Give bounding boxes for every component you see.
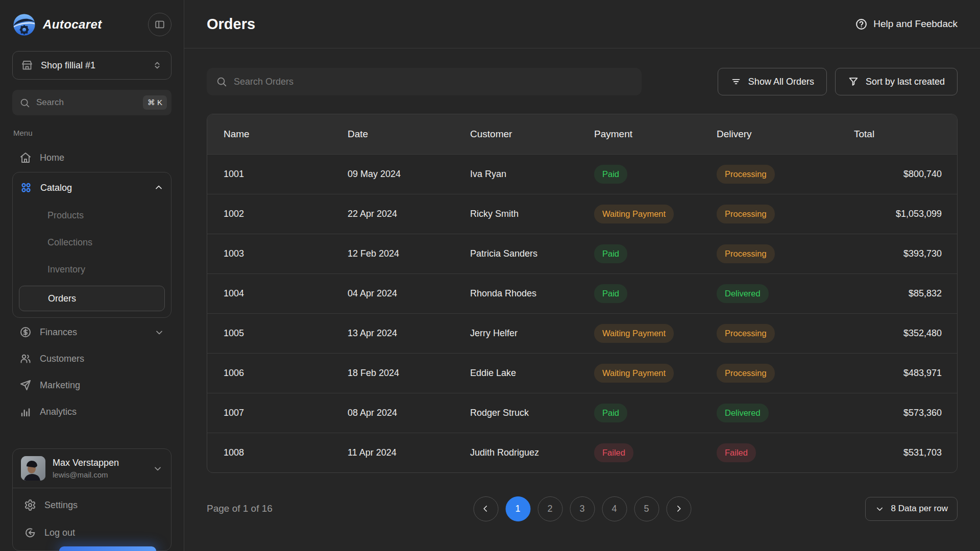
payment-status-badge: Waiting Payment — [594, 364, 674, 383]
topbar: Orders Help and Feebdack — [184, 0, 980, 48]
sidebar-collapse-button[interactable] — [148, 13, 172, 36]
panel-collapse-icon — [154, 19, 165, 30]
table-row[interactable]: 100312 Feb 2024Patricia SandersPaidProce… — [207, 234, 957, 273]
user-email: lewis@mail.com — [53, 470, 119, 479]
page-button-4[interactable]: 4 — [602, 496, 627, 521]
sidebar-item-products[interactable]: Products — [19, 202, 165, 229]
settings-button[interactable]: Settings — [21, 491, 163, 519]
sidebar-search[interactable]: ⌘ K — [12, 90, 172, 115]
filter-lines-icon — [730, 76, 742, 87]
sidebar-item-orders[interactable]: Orders — [19, 286, 165, 311]
sidebar-item-catalog[interactable]: Catalog — [19, 173, 165, 202]
page-button-2[interactable]: 2 — [537, 496, 562, 521]
pagination-row: Page of 1 of 16 12345 8 Data per row — [207, 494, 958, 523]
order-customer: Jerry Helfer — [470, 328, 594, 339]
rows-per-page-select[interactable]: 8 Data per row — [865, 497, 958, 521]
brand-row: Autocaret — [12, 10, 172, 39]
page-button-3[interactable]: 3 — [570, 496, 595, 521]
sidebar-item-collections[interactable]: Collections — [19, 229, 165, 256]
order-id: 1006 — [224, 368, 348, 379]
user-menu-toggle[interactable]: Max Verstappen lewis@mail.com — [21, 456, 163, 481]
help-button[interactable]: Help and Feebdack — [855, 18, 958, 31]
column-header: Name — [224, 129, 348, 140]
delivery-status-badge: Delivered — [717, 284, 769, 303]
orders-search-input[interactable] — [234, 77, 632, 87]
sidebar-item-label: Finances — [40, 327, 77, 338]
table-row[interactable]: 100513 Apr 2024Jerry HelferWaiting Payme… — [207, 313, 957, 353]
order-id: 1003 — [224, 248, 348, 259]
table-row[interactable]: 100708 Apr 2024Rodger StruckPaidDelivere… — [207, 393, 957, 433]
chevron-down-icon — [875, 504, 885, 514]
menu-section-label: Menu — [13, 129, 172, 137]
funnel-icon — [848, 76, 859, 87]
upgrade-button-peek[interactable] — [59, 546, 156, 551]
payment-cell: Failed — [594, 443, 717, 462]
sidebar-item-label: Products — [47, 210, 84, 221]
column-header: Total — [854, 129, 942, 140]
logout-label: Log out — [44, 528, 75, 538]
order-date: 09 May 2024 — [348, 169, 470, 180]
payment-cell: Waiting Payment — [594, 324, 717, 343]
page-button-5[interactable]: 5 — [634, 496, 659, 521]
delivery-status-badge: Processing — [717, 364, 775, 383]
pagination-prev-button[interactable] — [473, 496, 498, 521]
sidebar-item-marketing[interactable]: Marketing — [12, 372, 172, 398]
sidebar-item-label: Customers — [40, 354, 84, 364]
logout-button[interactable]: Log out — [21, 519, 163, 546]
delivery-cell: Processing — [717, 324, 854, 343]
sidebar-nav: Home Catalog Products — [12, 144, 172, 425]
order-date: 22 Apr 2024 — [348, 209, 470, 219]
sidebar-item-home[interactable]: Home — [12, 144, 172, 171]
order-date: 04 Apr 2024 — [348, 288, 470, 299]
order-customer: Rodger Struck — [470, 408, 594, 418]
shop-selector[interactable]: Shop fillial #1 — [12, 51, 172, 80]
keyboard-shortcut-badge: ⌘ K — [143, 95, 167, 110]
orders-search[interactable] — [207, 68, 642, 95]
sort-button[interactable]: Sort by last created — [835, 68, 958, 95]
sidebar-item-analytics[interactable]: Analytics — [12, 398, 172, 425]
table-row[interactable]: 100618 Feb 2024Eddie LakeWaiting Payment… — [207, 353, 957, 393]
delivery-cell: Failed — [717, 443, 854, 462]
order-total: $1,053,099 — [854, 209, 942, 219]
payment-cell: Paid — [594, 244, 717, 263]
order-id: 1002 — [224, 209, 348, 219]
show-all-orders-button[interactable]: Show All Orders — [718, 68, 827, 95]
sidebar-item-finances[interactable]: Finances — [12, 319, 172, 345]
sidebar-item-inventory[interactable]: Inventory — [19, 256, 165, 283]
bar-chart-icon — [19, 406, 32, 418]
order-date: 08 Apr 2024 — [348, 408, 470, 418]
storefront-icon — [21, 59, 33, 71]
table-row[interactable]: 100811 Apr 2024Judith RodriguezFailedFai… — [207, 433, 957, 472]
pagination-next-button[interactable] — [666, 496, 691, 521]
sidebar-item-customers[interactable]: Customers — [12, 345, 172, 372]
page-button-1[interactable]: 1 — [505, 496, 530, 521]
order-customer: Judith Rodriguez — [470, 447, 594, 458]
main: Orders Help and Feebdack — [184, 0, 980, 551]
send-icon — [19, 379, 32, 391]
table-row[interactable]: 100222 Apr 2024Ricky SmithWaiting Paymen… — [207, 194, 957, 234]
order-total: $531,703 — [854, 447, 942, 458]
order-id: 1005 — [224, 328, 348, 339]
sidebar-item-label: Catalog — [40, 183, 72, 193]
delivery-status-badge: Processing — [717, 324, 775, 343]
show-all-orders-label: Show All Orders — [748, 77, 814, 87]
order-customer: Iva Ryan — [470, 169, 594, 180]
sidebar: Autocaret Shop fillial #1 — [0, 0, 184, 551]
table-row[interactable]: 100109 May 2024Iva RyanPaidProcessing$80… — [207, 154, 957, 194]
table-body: 100109 May 2024Iva RyanPaidProcessing$80… — [207, 154, 957, 472]
payment-status-badge: Waiting Payment — [594, 324, 674, 343]
table-row[interactable]: 100404 Apr 2024Rhonda RhodesPaidDelivere… — [207, 273, 957, 313]
sidebar-search-input[interactable] — [36, 97, 137, 108]
catalog-group: Catalog Products Collections Inventory O… — [12, 172, 172, 318]
column-header: Customer — [470, 129, 594, 140]
order-customer: Rhonda Rhodes — [470, 288, 594, 299]
order-date: 12 Feb 2024 — [348, 248, 470, 259]
delivery-cell: Delivered — [717, 284, 854, 303]
page-count-label: Page of 1 of 16 — [207, 503, 273, 514]
app-root: Autocaret Shop fillial #1 — [0, 0, 980, 551]
payment-cell: Paid — [594, 404, 717, 422]
sidebar-item-label: Marketing — [40, 380, 80, 391]
chevrons-up-down-icon — [152, 60, 163, 71]
rows-per-page-label: 8 Data per row — [891, 504, 948, 514]
payment-status-badge: Failed — [594, 443, 633, 462]
